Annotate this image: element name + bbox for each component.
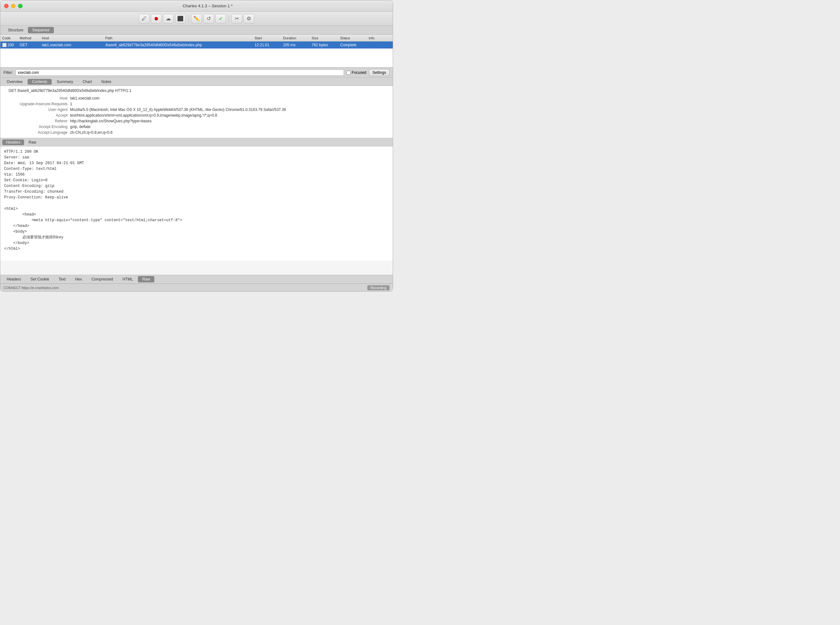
header-value: zh-CN,zh;q=0.8,en;q=0.6: [69, 130, 388, 135]
row-size: 762 bytes: [311, 43, 340, 47]
table-header: Code Method Host Path Start Duration Siz…: [0, 34, 393, 42]
header-row: Accept-Encodinggzip, deflate: [5, 124, 388, 130]
focused-checkbox[interactable]: [347, 71, 351, 75]
bottom-tab-compressed[interactable]: Compressed: [87, 276, 117, 282]
tab-summary[interactable]: Summary: [52, 79, 77, 85]
checkmark-icon: ✓: [219, 16, 223, 22]
request-table: Code Method Host Path Start Duration Siz…: [0, 34, 393, 67]
row-status: Complete: [340, 43, 369, 47]
filter-bar: Filter: Focused Settings: [0, 67, 393, 78]
header-name: Accept-Encoding: [5, 124, 69, 130]
bottom-tab-raw[interactable]: Raw: [138, 276, 154, 282]
bottom-tab-hex[interactable]: Hex: [71, 276, 86, 282]
filter-label: Filter:: [3, 70, 13, 75]
tab-sequence[interactable]: Sequence: [28, 27, 54, 33]
tab-structure[interactable]: Structure: [3, 27, 28, 33]
pencil-button[interactable]: ✏️: [191, 14, 202, 23]
bottom-tab-setcookie[interactable]: Set Cookie: [26, 276, 54, 282]
header-value: lab1.xseclab.com: [69, 95, 388, 101]
header-name: Accept-Language: [5, 130, 69, 135]
header-name: Host: [5, 95, 69, 101]
header-value: 1: [69, 101, 388, 107]
row-host: lab1.xseclab.com: [42, 43, 105, 47]
nav-tabs: Structure Sequence: [0, 26, 393, 34]
bottom-tab-text[interactable]: Text: [54, 276, 70, 282]
traffic-lights: [4, 4, 22, 8]
header-duration: Duration: [283, 36, 311, 40]
header-row: Refererhttp://hackinglab.cn/ShowQues.php…: [5, 118, 388, 124]
refresh-button[interactable]: ↺: [203, 14, 214, 23]
focused-label: Focused: [352, 70, 366, 75]
request-icon: ≡: [2, 43, 7, 47]
status-bar: CONNECT https://e.crashlytics.com Record…: [0, 284, 393, 291]
header-size: Size: [311, 36, 340, 40]
status-text: CONNECT https://e.crashlytics.com: [3, 286, 59, 290]
table-row[interactable]: ≡ 200 GET lab1.xseclab.com /base9_ab629d…: [0, 42, 393, 48]
contents-area: GET /base9_ab629d778e3a29540dfd60f2e548a…: [0, 86, 393, 138]
maximize-button[interactable]: [18, 4, 22, 8]
response-content: HTTP/1.1 200 OK Server: sae Date: Wed, 1…: [0, 146, 393, 261]
refresh-icon: ↺: [207, 16, 211, 22]
row-path: /base9_ab629d778e3a29540dfd60f2e548a5eb/…: [105, 43, 255, 47]
focused-checkbox-container: Focused: [347, 70, 366, 75]
settings-button[interactable]: Settings: [369, 69, 390, 76]
header-row: Hostlab1.xseclab.com: [5, 95, 388, 101]
header-name: User-Agent: [5, 107, 69, 112]
tab-chart[interactable]: Chart: [78, 79, 96, 85]
header-value: Mozilla/5.0 (Macintosh; Intel Mac OS X 1…: [69, 107, 388, 112]
header-row: User-AgentMozilla/5.0 (Macintosh; Intel …: [5, 107, 388, 112]
request-line: GET /base9_ab629d778e3a29540dfd60f2e548a…: [5, 89, 388, 93]
tab-contents[interactable]: Contents: [28, 79, 52, 85]
stop-icon: ⬛: [177, 16, 184, 22]
header-status: Status: [340, 36, 369, 40]
pen-tool-button[interactable]: 🖊: [139, 14, 149, 23]
row-code: ≡ 200: [2, 43, 20, 47]
header-value: text/html,application/xhtml+xml,applicat…: [69, 112, 388, 118]
cloud-button[interactable]: ☁: [163, 14, 174, 23]
main-window: Charles 4.1.3 – Session 1 * 🖊 ⏺ ☁ ⬛ ✏️ ↺…: [0, 0, 393, 292]
filter-input[interactable]: [16, 69, 344, 76]
bottom-tabs: Headers Set Cookie Text Hex Compressed H…: [0, 275, 393, 284]
pencil-icon: ✏️: [193, 16, 200, 22]
bottom-tab-html[interactable]: HTML: [118, 276, 137, 282]
row-method: GET: [20, 43, 42, 47]
header-method: Method: [20, 36, 42, 40]
record-button[interactable]: ⏺: [151, 14, 162, 23]
cloud-icon: ☁: [166, 16, 171, 22]
tab-overview[interactable]: Overview: [2, 79, 27, 85]
titlebar: Charles 4.1.3 – Session 1 *: [0, 0, 393, 12]
header-row: Upgrade-Insecure-Requests1: [5, 101, 388, 107]
header-row: Accepttext/html,application/xhtml+xml,ap…: [5, 112, 388, 118]
header-name: Accept: [5, 112, 69, 118]
header-table: Hostlab1.xseclab.comUpgrade-Insecure-Req…: [5, 95, 388, 135]
bottom-tab-headers[interactable]: Headers: [2, 276, 25, 282]
tab-notes[interactable]: Notes: [97, 79, 116, 85]
header-code: Code: [2, 36, 20, 40]
recording-badge: Recording: [367, 285, 390, 290]
minimize-button[interactable]: [11, 4, 16, 8]
response-tabs: Headers Raw: [0, 138, 393, 146]
header-name: Upgrade-Insecure-Requests: [5, 101, 69, 107]
row-duration: 205 ms: [283, 43, 311, 47]
response-tab-headers[interactable]: Headers: [2, 140, 24, 145]
row-start: 12:21:01: [255, 43, 283, 47]
stop-button[interactable]: ⬛: [175, 14, 186, 23]
detail-tabs: Overview Contents Summary Chart Notes: [0, 78, 393, 86]
header-start: Start: [255, 36, 283, 40]
header-path: Path: [105, 36, 255, 40]
empty-rows: [0, 48, 393, 67]
header-name: Referer: [5, 118, 69, 124]
response-tab-raw[interactable]: Raw: [25, 140, 40, 145]
window-title: Charles 4.1.3 – Session 1 *: [26, 3, 389, 8]
header-value: gzip, deflate: [69, 124, 388, 130]
header-value: http://hackinglab.cn/ShowQues.php?type=b…: [69, 118, 388, 124]
header-row: Accept-Languagezh-CN,zh;q=0.8,en;q=0.6: [5, 130, 388, 135]
toolbar: 🖊 ⏺ ☁ ⬛ ✏️ ↺ ✓ ✂ ⚙: [0, 12, 393, 26]
gear-button[interactable]: ⚙: [243, 14, 254, 23]
record-icon: ⏺: [154, 16, 159, 22]
tools-button[interactable]: ✂: [232, 14, 242, 23]
header-info: Info: [369, 36, 391, 40]
response-area: Headers Raw HTTP/1.1 200 OK Server: sae …: [0, 138, 393, 275]
close-button[interactable]: [4, 4, 9, 8]
checkmark-button[interactable]: ✓: [215, 14, 226, 23]
